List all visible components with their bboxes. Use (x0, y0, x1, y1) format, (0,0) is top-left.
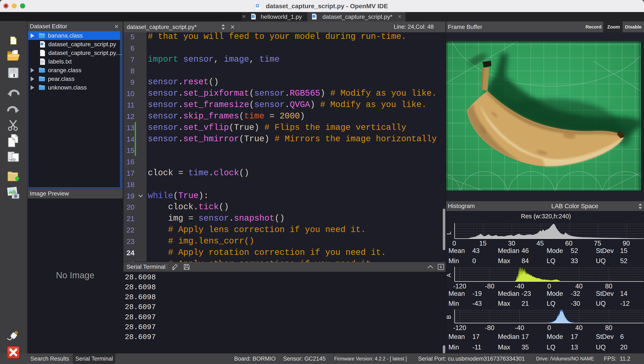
svg-text:Mode: Mode (547, 290, 563, 297)
svg-text:33: 33 (571, 257, 578, 264)
svg-text:52: 52 (620, 257, 627, 264)
svg-text:UQ: UQ (596, 257, 606, 264)
svg-text:-12: -12 (620, 300, 630, 307)
svg-text:Max: Max (498, 300, 510, 307)
svg-text:40: 40 (576, 324, 582, 332)
svg-text:13: 13 (571, 344, 578, 351)
svg-text:LQ: LQ (547, 344, 555, 351)
svg-text:StDev: StDev (596, 247, 614, 254)
svg-text:17: 17 (522, 333, 529, 340)
svg-text:80: 80 (605, 282, 612, 290)
svg-text:-80: -80 (485, 282, 494, 290)
svg-text:LQ: LQ (547, 300, 555, 307)
svg-text:T: T (257, 4, 259, 7)
svg-text:StDev: StDev (596, 333, 614, 340)
svg-text:-23: -23 (522, 290, 531, 297)
svg-text:Mode: Mode (547, 333, 563, 340)
svg-text:14: 14 (620, 290, 627, 297)
svg-text:Max: Max (498, 344, 510, 351)
svg-text:T: T (42, 43, 43, 45)
svg-text:Mean: Mean (448, 290, 465, 297)
svg-text:17: 17 (472, 333, 480, 340)
svg-text:L: L (446, 232, 452, 235)
svg-text:-120: -120 (453, 324, 466, 332)
svg-text:0: 0 (472, 257, 476, 264)
svg-text:Mean: Mean (448, 247, 465, 254)
svg-text:Min: Min (448, 257, 459, 264)
svg-text:46: 46 (522, 247, 529, 254)
svg-text:-30: -30 (571, 300, 580, 307)
svg-text:LQ: LQ (547, 257, 555, 264)
svg-text:StDev: StDev (596, 290, 614, 297)
svg-text:UQ: UQ (596, 344, 606, 351)
svg-text:0: 0 (547, 282, 551, 290)
svg-text:-11: -11 (472, 344, 482, 351)
svg-text:Median: Median (498, 333, 520, 340)
svg-text:Median: Median (498, 247, 520, 254)
svg-text:35: 35 (522, 344, 529, 351)
svg-text:6: 6 (620, 333, 624, 340)
svg-text:A: A (446, 273, 452, 277)
svg-text:80: 80 (605, 324, 612, 332)
svg-text:B: B (446, 315, 452, 319)
svg-text:20: 20 (620, 344, 627, 351)
svg-text:84: 84 (522, 257, 529, 264)
svg-text:21: 21 (522, 300, 529, 307)
svg-text:Mode: Mode (547, 247, 563, 254)
svg-text:60: 60 (565, 240, 572, 247)
svg-text:-80: -80 (485, 324, 494, 332)
svg-text:Median: Median (498, 290, 520, 297)
svg-text:Mean: Mean (448, 333, 465, 340)
svg-text:52: 52 (571, 247, 578, 254)
svg-text:-40: -40 (515, 324, 524, 332)
svg-text:-40: -40 (515, 282, 524, 290)
svg-text:Min: Min (448, 344, 459, 351)
svg-text:40: 40 (576, 282, 582, 290)
svg-text:UQ: UQ (596, 300, 606, 307)
svg-text:17: 17 (571, 333, 578, 340)
svg-text:-43: -43 (472, 300, 482, 307)
svg-text:-120: -120 (453, 282, 466, 290)
svg-text:Max: Max (498, 257, 510, 264)
svg-text:Min: Min (448, 300, 459, 307)
svg-text:90: 90 (623, 240, 630, 247)
svg-text:15: 15 (479, 240, 486, 247)
svg-text:30: 30 (508, 240, 515, 247)
svg-text:0: 0 (547, 324, 551, 332)
svg-text:43: 43 (472, 247, 480, 254)
svg-text:-32: -32 (571, 290, 580, 297)
svg-text:-19: -19 (472, 290, 482, 297)
svg-text:75: 75 (594, 240, 601, 247)
svg-text:0: 0 (452, 240, 456, 247)
svg-text:15: 15 (620, 247, 627, 254)
svg-text:45: 45 (536, 240, 544, 247)
